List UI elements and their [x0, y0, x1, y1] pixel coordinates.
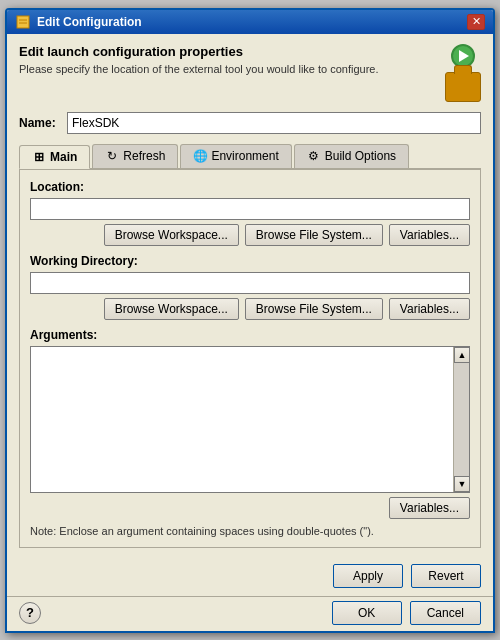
scrollbar-down-button[interactable]: ▼ — [454, 476, 470, 492]
location-input[interactable] — [30, 198, 470, 220]
build-options-tab-icon: ⚙ — [307, 149, 321, 163]
refresh-tab-icon: ↻ — [105, 149, 119, 163]
window-title: Edit Configuration — [37, 15, 142, 29]
header-title: Edit launch configuration properties — [19, 44, 445, 59]
header-section: Edit launch configuration properties Ple… — [19, 44, 481, 102]
scrollbar-up-button[interactable]: ▲ — [454, 347, 470, 363]
name-input[interactable] — [67, 112, 481, 134]
tab-refresh-label: Refresh — [123, 149, 165, 163]
tab-build-options-label: Build Options — [325, 149, 396, 163]
revert-button[interactable]: Revert — [411, 564, 481, 588]
arguments-label: Arguments: — [30, 328, 470, 342]
close-button[interactable]: ✕ — [467, 14, 485, 30]
main-content: Edit launch configuration properties Ple… — [7, 34, 493, 556]
main-tab-icon: ⊞ — [32, 150, 46, 164]
arguments-buttons: Variables... — [30, 497, 470, 519]
window-icon — [15, 14, 31, 30]
edit-configuration-window: Edit Configuration ✕ Edit launch configu… — [5, 8, 495, 633]
title-bar-left: Edit Configuration — [15, 14, 142, 30]
location-buttons: Browse Workspace... Browse File System..… — [30, 224, 470, 246]
working-directory-buttons: Browse Workspace... Browse File System..… — [30, 298, 470, 320]
workdir-browse-workspace-button[interactable]: Browse Workspace... — [104, 298, 239, 320]
workdir-browse-filesystem-button[interactable]: Browse File System... — [245, 298, 383, 320]
arguments-textarea[interactable] — [31, 347, 453, 492]
tab-build-options[interactable]: ⚙ Build Options — [294, 144, 409, 168]
tab-environment-label: Environment — [211, 149, 278, 163]
svg-rect-0 — [17, 16, 29, 28]
header-text: Edit launch configuration properties Ple… — [19, 44, 445, 75]
location-group: Location: Browse Workspace... Browse Fil… — [30, 180, 470, 246]
apply-button[interactable]: Apply — [333, 564, 403, 588]
cancel-button[interactable]: Cancel — [410, 601, 481, 625]
location-browse-workspace-button[interactable]: Browse Workspace... — [104, 224, 239, 246]
arguments-textarea-wrapper: ▲ ▼ — [30, 346, 470, 493]
working-directory-label: Working Directory: — [30, 254, 470, 268]
workdir-variables-button[interactable]: Variables... — [389, 298, 470, 320]
ok-button[interactable]: OK — [332, 601, 402, 625]
footer-right: OK Cancel — [332, 601, 481, 625]
working-directory-input[interactable] — [30, 272, 470, 294]
tab-main-label: Main — [50, 150, 77, 164]
location-browse-filesystem-button[interactable]: Browse File System... — [245, 224, 383, 246]
header-icons — [445, 44, 481, 102]
footer-bar: ? OK Cancel — [7, 596, 493, 631]
toolbox-icon — [445, 72, 481, 102]
tab-refresh[interactable]: ↻ Refresh — [92, 144, 178, 168]
main-panel: Location: Browse Workspace... Browse Fil… — [19, 169, 481, 548]
environment-tab-icon: 🌐 — [193, 149, 207, 163]
arguments-scrollbar[interactable]: ▲ ▼ — [453, 347, 469, 492]
arguments-group: Arguments: ▲ ▼ Variables... Note: Enclos… — [30, 328, 470, 537]
play-triangle — [459, 50, 469, 62]
help-button[interactable]: ? — [19, 602, 41, 624]
arguments-note: Note: Enclose an argument containing spa… — [30, 525, 470, 537]
title-bar: Edit Configuration ✕ — [7, 10, 493, 34]
location-variables-button[interactable]: Variables... — [389, 224, 470, 246]
scrollbar-track — [454, 363, 469, 476]
header-subtitle: Please specify the location of the exter… — [19, 63, 445, 75]
arguments-variables-button[interactable]: Variables... — [389, 497, 470, 519]
name-row: Name: — [19, 112, 481, 134]
bottom-buttons: Apply Revert — [7, 556, 493, 596]
location-label: Location: — [30, 180, 470, 194]
working-directory-group: Working Directory: Browse Workspace... B… — [30, 254, 470, 320]
tab-main[interactable]: ⊞ Main — [19, 145, 90, 169]
name-label: Name: — [19, 116, 59, 130]
tab-bar: ⊞ Main ↻ Refresh 🌐 Environment ⚙ Build O… — [19, 144, 481, 169]
tab-environment[interactable]: 🌐 Environment — [180, 144, 291, 168]
